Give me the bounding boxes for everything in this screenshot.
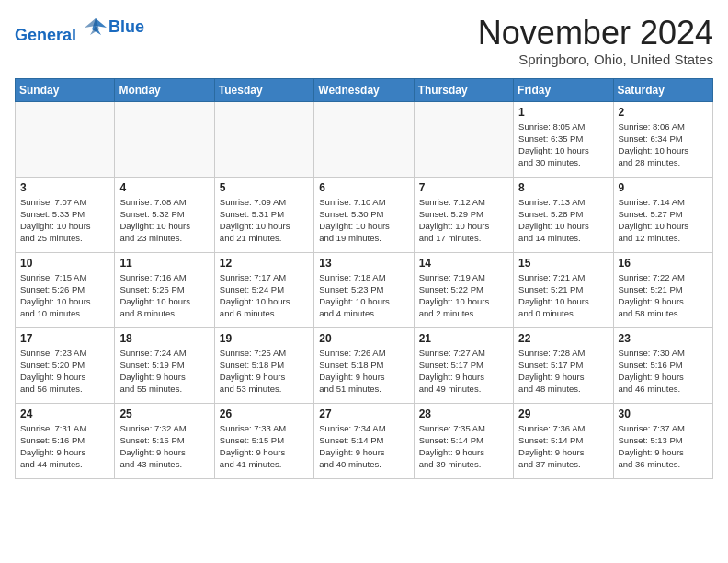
day-number: 22: [518, 332, 608, 345]
logo-text: General: [15, 15, 108, 45]
day-number: 11: [119, 257, 209, 270]
calendar-cell: 17Sunrise: 7:23 AMSunset: 5:20 PMDayligh…: [16, 327, 115, 403]
calendar-cell: 28Sunrise: 7:35 AMSunset: 5:14 PMDayligh…: [414, 403, 513, 478]
calendar-cell: 1Sunrise: 8:05 AMSunset: 6:35 PMDaylight…: [514, 101, 613, 177]
day-number: 3: [20, 181, 109, 194]
day-info: Sunrise: 7:30 AMSunset: 5:16 PMDaylight:…: [619, 347, 708, 396]
day-info: Sunrise: 7:09 AMSunset: 5:31 PMDaylight:…: [220, 196, 309, 245]
logo-general: General: [15, 26, 76, 44]
calendar-header-row: SundayMondayTuesdayWednesdayThursdayFrid…: [16, 78, 713, 101]
calendar-cell: [115, 101, 214, 177]
calendar-cell: 11Sunrise: 7:16 AMSunset: 5:25 PMDayligh…: [115, 252, 214, 327]
location: Springboro, Ohio, United States: [478, 52, 713, 67]
day-info: Sunrise: 7:24 AMSunset: 5:19 PMDaylight:…: [119, 347, 209, 396]
day-info: Sunrise: 7:10 AMSunset: 5:30 PMDaylight:…: [319, 196, 408, 245]
day-info: Sunrise: 7:31 AMSunset: 5:16 PMDaylight:…: [20, 422, 109, 471]
logo-bird-icon: [83, 15, 108, 40]
calendar-cell: 10Sunrise: 7:15 AMSunset: 5:26 PMDayligh…: [16, 252, 115, 327]
day-number: 14: [419, 257, 508, 270]
day-number: 7: [419, 181, 508, 194]
calendar-cell: 12Sunrise: 7:17 AMSunset: 5:24 PMDayligh…: [214, 252, 313, 327]
day-number: 12: [220, 257, 309, 270]
day-number: 17: [20, 332, 109, 345]
day-number: 4: [119, 181, 209, 194]
day-info: Sunrise: 7:19 AMSunset: 5:22 PMDaylight:…: [419, 271, 508, 320]
col-header-saturday: Saturday: [613, 78, 712, 101]
calendar-cell: [16, 101, 115, 177]
day-number: 1: [518, 106, 608, 119]
day-number: 26: [220, 408, 309, 420]
col-header-thursday: Thursday: [414, 78, 513, 101]
day-info: Sunrise: 7:36 AMSunset: 5:14 PMDaylight:…: [518, 422, 608, 471]
calendar-table: SundayMondayTuesdayWednesdayThursdayFrid…: [15, 78, 713, 479]
calendar-cell: 8Sunrise: 7:13 AMSunset: 5:28 PMDaylight…: [514, 177, 613, 252]
logo-blue: Blue: [108, 18, 144, 37]
week-row-4: 17Sunrise: 7:23 AMSunset: 5:20 PMDayligh…: [16, 327, 713, 403]
week-row-1: 1Sunrise: 8:05 AMSunset: 6:35 PMDaylight…: [16, 101, 713, 177]
day-info: Sunrise: 7:22 AMSunset: 5:21 PMDaylight:…: [619, 271, 708, 320]
day-number: 18: [119, 332, 209, 345]
day-info: Sunrise: 7:07 AMSunset: 5:33 PMDaylight:…: [20, 196, 109, 245]
calendar-cell: [214, 101, 313, 177]
col-header-monday: Monday: [115, 78, 214, 101]
title-block: November 2024 Springboro, Ohio, United S…: [478, 15, 713, 67]
calendar-cell: 21Sunrise: 7:27 AMSunset: 5:17 PMDayligh…: [414, 327, 513, 403]
day-number: 10: [20, 257, 109, 270]
col-header-friday: Friday: [514, 78, 613, 101]
day-info: Sunrise: 7:28 AMSunset: 5:17 PMDaylight:…: [518, 347, 608, 396]
day-number: 20: [319, 332, 408, 345]
page-container: General Blue November 2024 Spring: [0, 0, 728, 487]
calendar-cell: 15Sunrise: 7:21 AMSunset: 5:21 PMDayligh…: [514, 252, 613, 327]
header: General Blue November 2024 Spring: [15, 15, 713, 67]
day-info: Sunrise: 7:16 AMSunset: 5:25 PMDaylight:…: [119, 271, 209, 320]
calendar-cell: 19Sunrise: 7:25 AMSunset: 5:18 PMDayligh…: [214, 327, 313, 403]
day-info: Sunrise: 7:14 AMSunset: 5:27 PMDaylight:…: [619, 196, 708, 245]
calendar-cell: 25Sunrise: 7:32 AMSunset: 5:15 PMDayligh…: [115, 403, 214, 478]
calendar-cell: 22Sunrise: 7:28 AMSunset: 5:17 PMDayligh…: [514, 327, 613, 403]
week-row-5: 24Sunrise: 7:31 AMSunset: 5:16 PMDayligh…: [16, 403, 713, 478]
day-info: Sunrise: 7:34 AMSunset: 5:14 PMDaylight:…: [319, 422, 408, 471]
calendar-cell: 30Sunrise: 7:37 AMSunset: 5:13 PMDayligh…: [613, 403, 712, 478]
day-info: Sunrise: 7:13 AMSunset: 5:28 PMDaylight:…: [518, 196, 608, 245]
calendar-cell: 9Sunrise: 7:14 AMSunset: 5:27 PMDaylight…: [613, 177, 712, 252]
day-info: Sunrise: 8:05 AMSunset: 6:35 PMDaylight:…: [518, 121, 608, 169]
week-row-2: 3Sunrise: 7:07 AMSunset: 5:33 PMDaylight…: [16, 177, 713, 252]
calendar-cell: 27Sunrise: 7:34 AMSunset: 5:14 PMDayligh…: [314, 403, 414, 478]
calendar-cell: 3Sunrise: 7:07 AMSunset: 5:33 PMDaylight…: [16, 177, 115, 252]
calendar-cell: [414, 101, 513, 177]
day-info: Sunrise: 7:26 AMSunset: 5:18 PMDaylight:…: [319, 347, 408, 396]
calendar-cell: 16Sunrise: 7:22 AMSunset: 5:21 PMDayligh…: [613, 252, 712, 327]
day-number: 2: [619, 106, 708, 119]
calendar-cell: 2Sunrise: 8:06 AMSunset: 6:34 PMDaylight…: [613, 101, 712, 177]
day-number: 25: [119, 408, 209, 420]
day-number: 30: [619, 408, 708, 420]
day-number: 6: [319, 181, 408, 194]
day-number: 15: [518, 257, 608, 270]
day-info: Sunrise: 7:18 AMSunset: 5:23 PMDaylight:…: [319, 271, 408, 320]
calendar-cell: 5Sunrise: 7:09 AMSunset: 5:31 PMDaylight…: [214, 177, 313, 252]
day-info: Sunrise: 7:37 AMSunset: 5:13 PMDaylight:…: [619, 422, 708, 471]
day-number: 29: [518, 408, 608, 420]
calendar-cell: 18Sunrise: 7:24 AMSunset: 5:19 PMDayligh…: [115, 327, 214, 403]
col-header-tuesday: Tuesday: [214, 78, 313, 101]
day-info: Sunrise: 7:35 AMSunset: 5:14 PMDaylight:…: [419, 422, 508, 471]
day-number: 19: [220, 332, 309, 345]
day-number: 24: [20, 408, 109, 420]
calendar-cell: [314, 101, 414, 177]
calendar-cell: 7Sunrise: 7:12 AMSunset: 5:29 PMDaylight…: [414, 177, 513, 252]
logo: General Blue: [15, 15, 144, 45]
day-info: Sunrise: 7:27 AMSunset: 5:17 PMDaylight:…: [419, 347, 508, 396]
day-info: Sunrise: 7:08 AMSunset: 5:32 PMDaylight:…: [119, 196, 209, 245]
calendar-cell: 14Sunrise: 7:19 AMSunset: 5:22 PMDayligh…: [414, 252, 513, 327]
calendar-cell: 29Sunrise: 7:36 AMSunset: 5:14 PMDayligh…: [514, 403, 613, 478]
month-title: November 2024: [478, 15, 713, 52]
calendar-cell: 24Sunrise: 7:31 AMSunset: 5:16 PMDayligh…: [16, 403, 115, 478]
calendar-cell: 6Sunrise: 7:10 AMSunset: 5:30 PMDaylight…: [314, 177, 414, 252]
col-header-sunday: Sunday: [16, 78, 115, 101]
day-info: Sunrise: 7:15 AMSunset: 5:26 PMDaylight:…: [20, 271, 109, 320]
day-info: Sunrise: 7:23 AMSunset: 5:20 PMDaylight:…: [20, 347, 109, 396]
calendar-cell: 4Sunrise: 7:08 AMSunset: 5:32 PMDaylight…: [115, 177, 214, 252]
day-info: Sunrise: 7:32 AMSunset: 5:15 PMDaylight:…: [119, 422, 209, 471]
calendar-cell: 13Sunrise: 7:18 AMSunset: 5:23 PMDayligh…: [314, 252, 414, 327]
day-info: Sunrise: 7:33 AMSunset: 5:15 PMDaylight:…: [220, 422, 309, 471]
